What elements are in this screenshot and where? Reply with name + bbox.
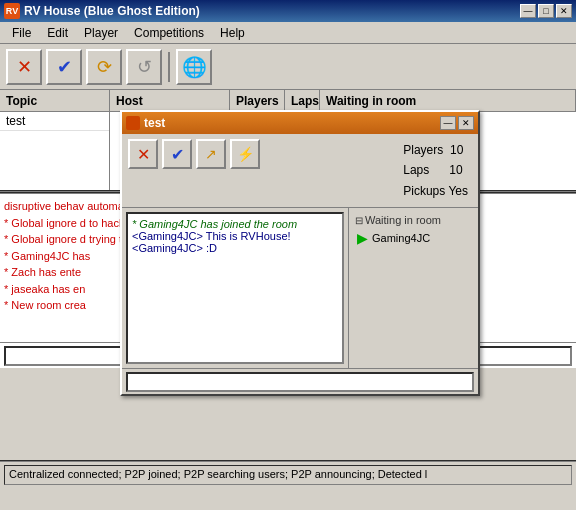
dialog-join-button[interactable]: ↗ bbox=[196, 139, 226, 169]
menu-edit[interactable]: Edit bbox=[39, 24, 76, 42]
players-label: Players bbox=[403, 143, 443, 157]
app-icon: RV bbox=[4, 3, 20, 19]
table-header: Topic Host Players Laps Waiting in room bbox=[0, 90, 576, 112]
play-icon: ▶ bbox=[357, 230, 368, 246]
dialog-race-button[interactable]: ⚡ bbox=[230, 139, 260, 169]
menu-competitions[interactable]: Competitions bbox=[126, 24, 212, 42]
dialog-toolbar: ✕ ✔ ↗ ⚡ bbox=[122, 134, 393, 174]
menu-help[interactable]: Help bbox=[212, 24, 253, 42]
waiting-room-title: Waiting in room bbox=[365, 214, 441, 226]
col-laps[interactable]: Laps bbox=[285, 90, 320, 111]
col-host[interactable]: Host bbox=[110, 90, 230, 111]
dialog-close-button[interactable]: ✕ bbox=[458, 116, 474, 130]
dialog-title-bar: test — ✕ bbox=[122, 112, 478, 134]
status-text: Centralized connected; P2P joined; P2P s… bbox=[4, 465, 572, 485]
browser-button[interactable]: 🌐 bbox=[176, 49, 212, 85]
collapse-icon: ⊟ bbox=[355, 215, 363, 226]
pickups-value: Yes bbox=[448, 184, 468, 198]
dialog-connect-button[interactable]: ✔ bbox=[162, 139, 192, 169]
dialog-icon bbox=[126, 116, 140, 130]
dialog-chat-input[interactable] bbox=[126, 372, 474, 392]
laps-label: Laps bbox=[403, 163, 429, 177]
refresh-button[interactable]: ⟳ bbox=[86, 49, 122, 85]
players-value: 10 bbox=[450, 143, 463, 157]
connect-button[interactable]: ✔ bbox=[46, 49, 82, 85]
dialog-content: * Gaming4JC has joined the room <Gaming4… bbox=[122, 208, 478, 368]
player-entry: ▶ Gaming4JC bbox=[353, 228, 474, 248]
col-waiting[interactable]: Waiting in room bbox=[320, 90, 576, 111]
toolbar: ✕ ✔ ⟳ ↺ 🌐 bbox=[0, 44, 576, 90]
dialog-chat: * Gaming4JC has joined the room <Gaming4… bbox=[126, 212, 344, 364]
dialog-chat-msg-2: <Gaming4JC> :D bbox=[132, 242, 338, 254]
dialog-chat-msg-1: <Gaming4JC> This is RVHouse! bbox=[132, 230, 338, 242]
menu-bar: File Edit Player Competitions Help bbox=[0, 22, 576, 44]
toolbar-separator bbox=[168, 52, 170, 82]
pickups-label: Pickups bbox=[403, 184, 445, 198]
player-name: Gaming4JC bbox=[372, 232, 430, 244]
laps-value: 10 bbox=[449, 163, 462, 177]
menu-file[interactable]: File bbox=[4, 24, 39, 42]
dialog-minimize-button[interactable]: — bbox=[440, 116, 456, 130]
table-row[interactable]: test bbox=[0, 112, 109, 131]
dialog-disconnect-button[interactable]: ✕ bbox=[128, 139, 158, 169]
dialog-title: test bbox=[144, 116, 165, 130]
dialog-info: Players 10 Laps 10 Pickups Yes bbox=[393, 134, 478, 207]
dialog-overlay: test — ✕ ✕ ✔ ↗ ⚡ Players 10 Laps 10 Pick… bbox=[120, 110, 480, 396]
maximize-button[interactable]: □ bbox=[538, 4, 554, 18]
disconnect-button[interactable]: ✕ bbox=[6, 49, 42, 85]
back-button[interactable]: ↺ bbox=[126, 49, 162, 85]
dialog-waiting-panel: ⊟ Waiting in room ▶ Gaming4JC bbox=[348, 208, 478, 368]
minimize-button[interactable]: — bbox=[520, 4, 536, 18]
status-bar: Centralized connected; P2P joined; P2P s… bbox=[0, 460, 576, 488]
title-bar: RV RV House (Blue Ghost Edition) — □ ✕ bbox=[0, 0, 576, 22]
topic-column: test bbox=[0, 112, 110, 190]
close-button[interactable]: ✕ bbox=[556, 4, 572, 18]
col-players[interactable]: Players bbox=[230, 90, 285, 111]
dialog-chat-msg-join: * Gaming4JC has joined the room bbox=[132, 218, 338, 230]
window-title: RV House (Blue Ghost Edition) bbox=[24, 4, 200, 18]
waiting-room-header: ⊟ Waiting in room bbox=[353, 212, 474, 228]
menu-player[interactable]: Player bbox=[76, 24, 126, 42]
col-topic[interactable]: Topic bbox=[0, 90, 110, 111]
dialog-input-bar bbox=[122, 368, 478, 394]
